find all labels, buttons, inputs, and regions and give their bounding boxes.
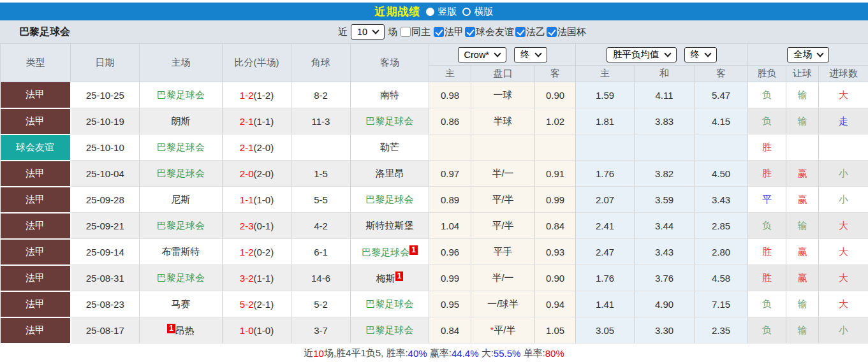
fulltime-score: 2-0 <box>240 168 254 179</box>
layout-vertical-radio[interactable]: 竖版 <box>426 6 457 18</box>
subheader-goals-result: 进球数 <box>819 66 868 82</box>
goals-outcome: 小 <box>819 317 868 344</box>
league-checkbox[interactable] <box>434 27 444 37</box>
away-team: 勒芒 <box>351 134 429 161</box>
odds-company-select[interactable]: Crow* <box>458 47 506 62</box>
asian-handicap: 一球 <box>471 82 535 108</box>
asian-away-odds: 0.90 <box>535 82 576 108</box>
match-outcome: 负 <box>748 108 786 134</box>
euro-away-odds: 4.15 <box>695 108 748 134</box>
asian-home-odds: 1.04 <box>429 213 471 239</box>
match-type-badge: 法甲 <box>1 213 71 239</box>
summary-segment: 55.5% <box>494 348 521 359</box>
away-team: 巴黎足球会 <box>351 108 429 134</box>
recent-results-table: 类型 日期 主场 比分(半场) 角球 客场 Crow* 终 <box>0 43 868 344</box>
euro-away-odds: 2.85 <box>695 213 748 239</box>
halftime-score: (2-0) <box>254 142 274 153</box>
league-filter[interactable]: 法乙 <box>515 26 545 38</box>
match-outcome: 胜 <box>748 134 786 161</box>
summary-segment: 44.4% <box>452 348 479 359</box>
home-team: 朗斯 <box>140 108 223 134</box>
match-type-badge: 球会友谊 <box>1 134 71 161</box>
score: 1-0(1-0) <box>223 317 291 344</box>
chevron-down-icon <box>534 50 541 57</box>
asian-away-odds: 0.94 <box>535 291 576 317</box>
asian-odds-time-select[interactable]: 终 <box>514 47 547 62</box>
same-home-filter[interactable]: 同主 <box>401 26 430 38</box>
asian-home-odds: 0.96 <box>429 239 471 265</box>
asian-home-odds: 0.89 <box>429 187 471 213</box>
subheader-handicap: 盘口 <box>471 66 535 82</box>
red-card-badge: 1 <box>409 245 418 255</box>
result-header: 全场 <box>748 44 868 66</box>
corner-score: 14-6 <box>291 265 351 291</box>
table-row: 法甲 25-09-14 布雷斯特 1-2(0-2) 6-1 巴黎足球会1 0.9… <box>1 239 868 265</box>
team-name: 梅斯 <box>376 273 395 284</box>
team-name: 马赛 <box>172 298 191 309</box>
asian-handicap: 平/半 <box>471 213 535 239</box>
team-name: 巴黎足球会 <box>157 168 205 178</box>
team-name: 勒芒 <box>380 141 399 152</box>
layout-horizontal-label: 横版 <box>474 6 494 18</box>
summary-segment: 40% <box>408 348 427 359</box>
layout-vertical-label: 竖版 <box>438 6 457 18</box>
handicap-outcome: 赢 <box>786 265 819 291</box>
asian-home-odds: 0.86 <box>429 108 471 134</box>
team-name: 洛里昂 <box>376 168 404 178</box>
away-team: 南特 <box>351 82 429 108</box>
home-team: 巴黎足球会 <box>140 213 223 239</box>
match-outcome: 胜 <box>748 265 786 291</box>
summary-segment: 近 <box>304 347 313 359</box>
asian-handicap: 半/一 <box>471 161 535 187</box>
goals-outcome: 大 <box>819 213 868 239</box>
match-outcome: 负 <box>748 82 786 108</box>
home-team: 巴黎足球会 <box>140 161 223 187</box>
league-label: 球会友谊 <box>476 26 514 38</box>
away-team: 巴黎足球会 <box>351 187 429 213</box>
match-date: 25-10-10 <box>71 134 140 161</box>
euro-odds-time-select[interactable]: 终 <box>684 47 717 62</box>
corner-score: 5-5 <box>291 187 351 213</box>
euro-odds-type-select[interactable]: 胜平负均值 <box>607 47 677 62</box>
score: 1-1(1-0) <box>223 187 291 213</box>
handicap-outcome: 赢 <box>786 161 819 187</box>
asian-handicap: 平手 <box>471 239 535 265</box>
score: 2-3(0-1) <box>223 213 291 239</box>
team-name: 朗斯 <box>172 115 191 126</box>
fulltime-score: 1-2 <box>240 247 254 257</box>
halftime-score: (1-0) <box>254 194 274 205</box>
score: 3-2(1-1) <box>223 265 291 291</box>
match-type-badge: 法甲 <box>1 187 71 213</box>
match-type-badge: 法甲 <box>1 317 71 344</box>
match-count-select[interactable]: 10 <box>351 24 385 40</box>
euro-away-odds <box>695 134 748 161</box>
fulltime-score: 3-2 <box>240 273 254 284</box>
asterisk-marker: * <box>490 324 494 335</box>
league-filter[interactable]: 法国杯 <box>547 26 586 38</box>
league-checkbox[interactable] <box>465 27 475 37</box>
scope-select[interactable]: 全场 <box>787 47 829 62</box>
same-home-checkbox[interactable] <box>401 27 411 37</box>
match-type-badge: 法甲 <box>1 291 71 317</box>
euro-away-odds: 4.58 <box>695 265 748 291</box>
layout-horizontal-radio[interactable]: 横版 <box>462 6 494 18</box>
league-filter[interactable]: 球会友谊 <box>465 26 514 38</box>
asian-away-odds: 0.90 <box>535 265 576 291</box>
handicap-outcome: 输 <box>786 108 819 134</box>
league-label: 法甲 <box>445 26 464 38</box>
subheader-euro-draw: 和 <box>635 66 695 82</box>
euro-draw-odds: 3.44 <box>635 213 695 239</box>
handicap-outcome: 赢 <box>786 187 819 213</box>
league-filter[interactable]: 法甲 <box>434 26 464 38</box>
league-checkbox[interactable] <box>515 27 526 37</box>
col-header-home: 主场 <box>140 44 223 82</box>
euro-away-odds: 2.35 <box>695 317 748 344</box>
asian-handicap: *平/半 <box>471 317 535 344</box>
match-date: 25-10-25 <box>71 82 140 108</box>
away-team: 巴黎足球会 <box>351 291 429 317</box>
asian-odds-header: Crow* 终 <box>429 44 576 66</box>
asian-away-odds <box>535 134 576 161</box>
games-label: 场 <box>388 26 397 38</box>
league-checkbox[interactable] <box>547 27 557 37</box>
summary-footer: 近10场,胜4平1负5, 胜率:40% 赢率:44.4% 大:55.5% 单率:… <box>0 344 868 362</box>
